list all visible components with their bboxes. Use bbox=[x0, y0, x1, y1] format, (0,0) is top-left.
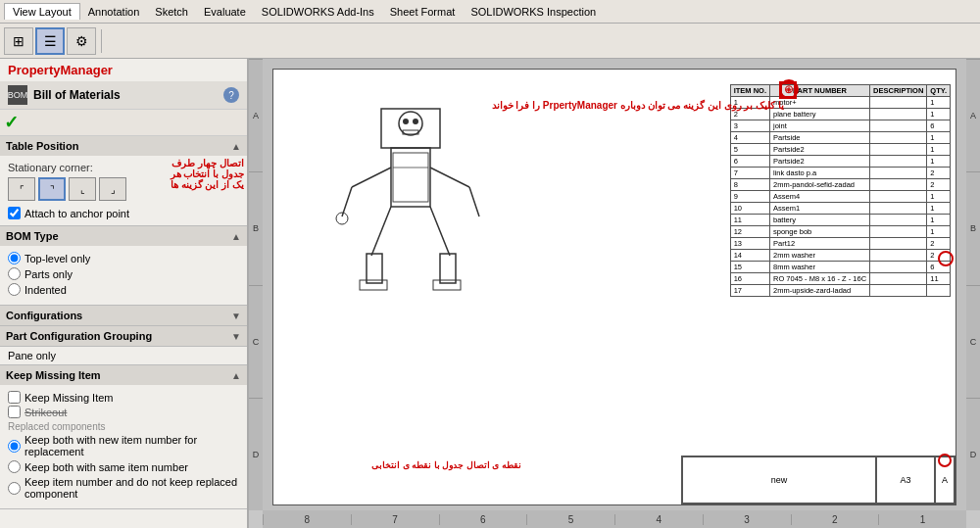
table-cell: 1 bbox=[927, 226, 951, 238]
radio-keep-both-new-label: Keep both with new item number for repla… bbox=[24, 434, 239, 457]
table-cell bbox=[870, 168, 927, 179]
configurations-label: Configurations bbox=[6, 310, 82, 321]
table-cell: 9 bbox=[730, 191, 769, 203]
table-cell bbox=[927, 285, 951, 297]
corner-btn-topright[interactable]: ⌝ bbox=[38, 177, 66, 201]
table-cell: 2 bbox=[927, 168, 951, 179]
menu-solidworks-addins[interactable]: SOLIDWORKS Add-Ins bbox=[254, 4, 382, 20]
bom-header: BOM Bill of Materials ? bbox=[0, 81, 247, 110]
table-row: 13Part122 bbox=[730, 238, 950, 250]
radio-indented-input[interactable] bbox=[8, 283, 21, 296]
toolbar-btn-2[interactable]: ☰ bbox=[35, 27, 65, 55]
chevron-up-icon-km: ▲ bbox=[231, 370, 241, 381]
ruler-right: A B C D bbox=[966, 59, 980, 510]
attach-anchor-checkbox[interactable] bbox=[8, 207, 21, 219]
keep-missing-label: Keep Missing Item bbox=[6, 369, 101, 381]
radio-keep-both-new: Keep both with new item number for repla… bbox=[8, 434, 239, 457]
svg-rect-17 bbox=[360, 280, 387, 290]
corner-btn-bottomleft[interactable]: ⌞ bbox=[69, 177, 96, 201]
radio-parts-only-input[interactable] bbox=[8, 267, 21, 280]
radio-keep-both-same: Keep both with same item number bbox=[8, 460, 239, 473]
svg-line-3 bbox=[430, 168, 469, 187]
table-cell: plane battery bbox=[770, 109, 870, 120]
section-bom-type-header[interactable]: BOM Type ▲ bbox=[0, 226, 247, 246]
section-configurations-header[interactable]: Configurations ▼ bbox=[0, 306, 247, 325]
table-cell: Partside2 bbox=[770, 144, 870, 156]
table-cell: 11 bbox=[730, 215, 769, 226]
persian-annotation: یا کلیک بر روی این گزینه می توان دوباره … bbox=[492, 99, 785, 113]
section-part-config-header[interactable]: Part Configuration Grouping ▼ bbox=[0, 326, 247, 346]
toolbar-btn-1[interactable]: ⊞ bbox=[4, 27, 33, 55]
ruler-letter-a-r: A bbox=[966, 59, 980, 171]
menu-sketch[interactable]: Sketch bbox=[147, 4, 196, 20]
toolbar-btn-3[interactable]: ⚙ bbox=[67, 27, 96, 55]
table-row: 4Partside1 bbox=[730, 132, 950, 144]
ruler-num-5: 5 bbox=[526, 514, 614, 525]
table-cell: 16 bbox=[730, 273, 769, 285]
ruler-letter-b-r: B bbox=[966, 171, 980, 284]
svg-rect-15 bbox=[367, 254, 382, 283]
radio-keep-both-new-input[interactable] bbox=[8, 440, 21, 453]
section-keep-missing-content: Keep Missing Item Strikeout Replaced com… bbox=[0, 385, 247, 508]
table-cell: battery bbox=[770, 215, 870, 226]
table-cell bbox=[870, 97, 927, 109]
help-icon[interactable]: ? bbox=[223, 87, 239, 103]
table-cell: Assem1 bbox=[770, 203, 870, 215]
svg-line-14 bbox=[469, 187, 479, 216]
chevron-up-icon: ▲ bbox=[231, 141, 241, 152]
attach-anchor-row: Attach to anchor point bbox=[8, 207, 239, 219]
anchor-bottom-circle bbox=[938, 454, 952, 467]
radio-indented-label: Indented bbox=[24, 284, 67, 296]
section-bom-type-content: Top-level only Parts only Indented bbox=[0, 246, 247, 305]
keep-missing-checkbox[interactable] bbox=[8, 391, 21, 404]
svg-line-4 bbox=[371, 207, 391, 256]
table-cell bbox=[870, 120, 927, 132]
part-config-grouping-label: Part Configuration Grouping bbox=[6, 330, 152, 342]
radio-toplevel-input[interactable] bbox=[8, 252, 21, 264]
table-position-label: Table Position bbox=[6, 140, 78, 152]
menu-annotation[interactable]: Annotation bbox=[80, 4, 148, 20]
radio-keep-both-same-input[interactable] bbox=[8, 460, 21, 473]
radio-keep-item-no-label: Keep item number and do not keep replace… bbox=[24, 476, 239, 500]
bom-header-red-circle: ⊕ bbox=[779, 79, 799, 99]
table-row: 16RO 7045 - M8 x 16 - Z - 16C11 bbox=[730, 273, 950, 285]
toolbar: ⊞ ☰ ⚙ bbox=[0, 24, 980, 59]
section-keep-missing-header[interactable]: Keep Missing Item ▲ bbox=[0, 365, 247, 385]
radio-keep-item-no: Keep item number and do not keep replace… bbox=[8, 476, 239, 500]
strikeout-checkbox[interactable] bbox=[8, 406, 21, 418]
menu-solidworks-inspection[interactable]: SOLIDWORKS Inspection bbox=[463, 4, 604, 20]
ann-corner-persian: اتصال چهار طرفجدول با انتخاب هریک از این… bbox=[107, 158, 244, 190]
radio-indented: Indented bbox=[8, 283, 239, 296]
menu-sheet-format[interactable]: Sheet Format bbox=[382, 4, 464, 20]
svg-point-7 bbox=[403, 119, 409, 124]
menu-evaluate[interactable]: Evaluate bbox=[196, 4, 254, 20]
pm-check-button[interactable]: ✓ bbox=[4, 112, 19, 133]
section-table-position-header[interactable]: Table Position ▲ bbox=[0, 136, 247, 156]
table-row: 7link dasto p.a2 bbox=[730, 168, 950, 179]
table-cell: Partside bbox=[770, 132, 870, 144]
ruler-letter-d-r: D bbox=[966, 398, 980, 510]
menu-view-layout[interactable]: View Layout bbox=[4, 3, 80, 20]
ruler-letter-a-l: A bbox=[249, 59, 263, 171]
table-cell: 15 bbox=[730, 262, 769, 273]
table-cell bbox=[870, 191, 927, 203]
table-cell bbox=[870, 215, 927, 226]
title-block: new A3 A bbox=[681, 456, 956, 504]
table-cell: 1 bbox=[927, 191, 951, 203]
svg-rect-1 bbox=[391, 148, 430, 207]
radio-keep-item-no-input[interactable] bbox=[8, 482, 21, 495]
table-cell: 1 bbox=[927, 215, 951, 226]
section-keep-missing: Keep Missing Item ▲ Keep Missing Item St… bbox=[0, 365, 247, 509]
bom-col-itemno: ITEM NO. bbox=[730, 85, 769, 97]
table-cell: sponge bob bbox=[770, 226, 870, 238]
svg-line-12 bbox=[342, 187, 352, 216]
table-cell: 6 bbox=[730, 156, 769, 168]
corner-btn-topleft[interactable]: ⌜ bbox=[8, 177, 35, 201]
table-cell: 1 bbox=[927, 97, 951, 109]
table-cell: 6 bbox=[927, 120, 951, 132]
ruler-num-2: 2 bbox=[791, 514, 879, 525]
table-cell: Assem4 bbox=[770, 191, 870, 203]
table-cell: 14 bbox=[730, 250, 769, 262]
ruler-num-3: 3 bbox=[703, 514, 791, 525]
chevron-down-icon-pcg: ▼ bbox=[231, 331, 241, 342]
